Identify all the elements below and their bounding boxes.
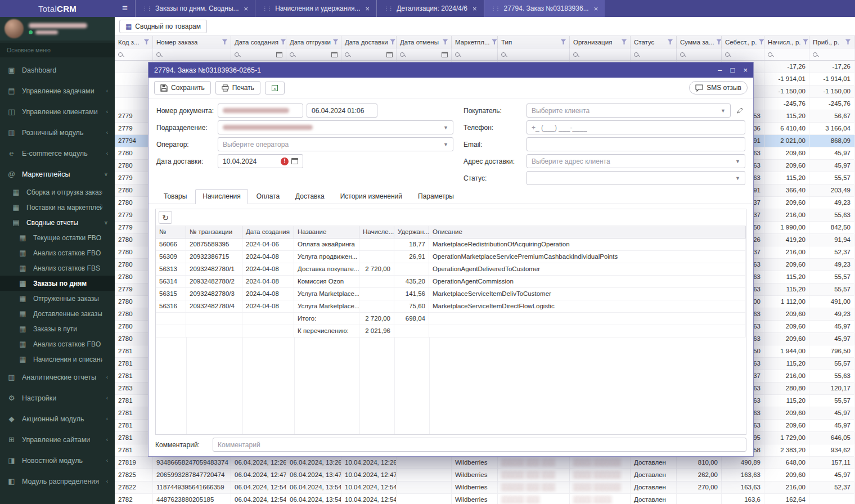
calendar-icon[interactable] xyxy=(291,158,298,164)
maximize-icon[interactable]: □ xyxy=(731,66,735,74)
filter-cell[interactable] xyxy=(764,48,809,60)
calendar-icon[interactable] xyxy=(331,52,338,57)
save-button[interactable]: Сохранить xyxy=(154,81,211,94)
accruals-column-header[interactable]: Название xyxy=(294,226,359,238)
accrual-row[interactable]: 56066 20875589395 2024-04-06 Оплата эква… xyxy=(156,238,746,251)
sidebar-item[interactable]: ▦ Заказы в пути xyxy=(0,321,115,336)
column-header[interactable]: Дата отмены xyxy=(397,36,452,48)
accruals-column-header[interactable]: Начисле... xyxy=(359,226,394,238)
operator-select[interactable]: Выберите оператора ▼ xyxy=(218,137,453,151)
sms-review-button[interactable]: SMS отзыв xyxy=(689,81,748,94)
sidebar-item[interactable]: ▥ Аналитические отчеты ‹ xyxy=(0,367,115,388)
filter-funnel-icon[interactable] xyxy=(668,39,673,44)
column-header[interactable]: Дата создания xyxy=(231,36,286,48)
sidebar-item[interactable]: ◧ Модуль распределения ‹ xyxy=(0,471,115,492)
column-header[interactable]: Маркетпл... xyxy=(452,36,498,48)
accruals-column-header[interactable]: Описание xyxy=(429,226,746,238)
close-icon[interactable]: × xyxy=(594,4,598,13)
sidebar-item[interactable]: ▦ Текущие остатки FBO xyxy=(0,230,115,245)
accrual-row[interactable]: 56313 20932482780/1 2024-04-08 Доставка … xyxy=(156,263,746,276)
filter-funnel-icon[interactable] xyxy=(845,39,850,44)
dialog-tab[interactable]: Доставка xyxy=(288,189,332,204)
calendar-icon[interactable] xyxy=(276,52,282,57)
accrual-row[interactable]: Итого: 2 720,00 698,04 xyxy=(156,313,746,325)
dialog-tab[interactable]: История изменений xyxy=(333,189,410,204)
sidebar-item[interactable]: ▦ Поставки на маркетплейсы xyxy=(0,200,115,215)
app-tab[interactable]: ⋮⋮ Детализация: 2024/4/6 × xyxy=(376,0,483,17)
print-button[interactable]: Печать xyxy=(215,81,260,94)
sidebar-item[interactable]: @ Маркетплейсы ∨ xyxy=(0,164,115,184)
sidebar-item[interactable]: ▥ Розничный модуль ‹ xyxy=(0,122,115,143)
filter-cell[interactable] xyxy=(115,48,153,60)
delivery-date-field[interactable]: 10.04.2024 ! xyxy=(218,154,303,168)
refresh-button[interactable]: ↻ xyxy=(159,211,172,224)
filter-funnel-icon[interactable] xyxy=(759,39,764,44)
column-header[interactable]: Организация xyxy=(570,36,631,48)
column-header[interactable]: Тип xyxy=(498,36,570,48)
avatar[interactable] xyxy=(4,19,24,38)
dialog-tab[interactable]: Параметры xyxy=(411,189,461,204)
status-select[interactable]: ▼ xyxy=(526,171,745,185)
sidebar-item[interactable]: ◫ Управление клиентами ‹ xyxy=(0,101,115,122)
column-header[interactable]: Номер заказа xyxy=(153,36,231,48)
summary-by-products-button[interactable]: ▦ Сводный по товарам xyxy=(119,20,207,33)
filter-funnel-icon[interactable] xyxy=(622,39,627,44)
edit-buyer-button[interactable] xyxy=(734,105,745,117)
filter-funnel-icon[interactable] xyxy=(717,39,722,44)
filter-cell[interactable] xyxy=(397,48,452,60)
filter-funnel-icon[interactable] xyxy=(333,39,338,44)
accrual-row[interactable]: К перечислению: 2 021,96 xyxy=(156,325,746,338)
filter-cell[interactable] xyxy=(452,48,498,60)
accruals-column-header[interactable]: Удержан... xyxy=(394,226,429,238)
filter-funnel-icon[interactable] xyxy=(492,39,497,44)
column-header[interactable]: Себест., р. xyxy=(722,36,764,48)
dialog-tab[interactable]: Оплата xyxy=(249,189,287,204)
filter-funnel-icon[interactable] xyxy=(803,39,808,44)
minimize-icon[interactable]: – xyxy=(718,66,722,74)
close-icon[interactable]: × xyxy=(743,66,748,74)
sidebar-item[interactable]: ▦ Анализ остатков FBO по скл xyxy=(0,336,115,352)
sidebar-item[interactable]: ▤ Сводные отчеты ∨ xyxy=(0,215,115,230)
export-excel-button[interactable]: x xyxy=(265,82,285,94)
close-icon[interactable]: × xyxy=(366,4,370,13)
close-icon[interactable]: × xyxy=(244,4,249,13)
accrual-row[interactable]: 56316 20932482780/4 2024-04-08 Услуга Ma… xyxy=(156,300,746,313)
filter-cell[interactable] xyxy=(677,48,722,60)
column-header[interactable]: Сумма за... xyxy=(677,36,722,48)
filter-funnel-icon[interactable] xyxy=(281,39,286,44)
table-row[interactable]: 27819 93486658247059483374 06.04.2024, 1… xyxy=(115,457,855,469)
sidebar-item[interactable]: ⊞ Управление сайтами ‹ xyxy=(0,429,115,450)
sidebar-item[interactable]: ▦ Отгруженные заказы xyxy=(0,291,115,306)
filter-cell[interactable] xyxy=(498,48,570,60)
filter-cell[interactable] xyxy=(631,48,677,60)
filter-cell[interactable] xyxy=(231,48,286,60)
dialog-tab[interactable]: Начисления xyxy=(195,189,248,204)
filter-funnel-icon[interactable] xyxy=(390,39,395,44)
sidebar-item[interactable]: ◨ Новостной модуль ‹ xyxy=(0,450,115,471)
doc-number-field[interactable] xyxy=(218,104,303,118)
sidebar-item[interactable]: ▦ Анализ остатков FBS xyxy=(0,260,115,276)
table-row[interactable]: 2782 4487623880205185 06.04.2024, 12:54 … xyxy=(115,494,855,504)
calendar-icon[interactable] xyxy=(442,52,448,57)
column-header[interactable]: Начисл., р. xyxy=(764,36,809,48)
column-header[interactable]: Дата доставки xyxy=(341,36,397,48)
table-row[interactable]: 27825 2065993287847720474 06.04.2024, 12… xyxy=(115,469,855,482)
filter-cell[interactable] xyxy=(153,48,231,60)
column-header[interactable]: Статус xyxy=(631,36,677,48)
filter-cell[interactable] xyxy=(341,48,397,60)
filter-funnel-icon[interactable] xyxy=(222,39,227,44)
comment-input[interactable]: Комментарий xyxy=(213,438,746,452)
column-header[interactable]: Код з... xyxy=(115,36,153,48)
calendar-icon[interactable] xyxy=(386,52,393,57)
app-tab[interactable]: ⋮⋮ Заказы по дням. Сводны... × xyxy=(135,0,255,17)
buyer-select[interactable]: Выберите клиента ▼ xyxy=(526,104,731,118)
department-select[interactable]: ▼ xyxy=(218,120,453,134)
filter-funnel-icon[interactable] xyxy=(144,39,149,44)
app-tab[interactable]: ⋮⋮ Начисления и удержания... × xyxy=(255,0,376,17)
user-block[interactable] xyxy=(0,17,115,40)
filter-cell[interactable] xyxy=(570,48,631,60)
sidebar-item[interactable]: ⚙ Настройки ‹ xyxy=(0,388,115,408)
sidebar-item[interactable]: ▦ Анализ остатков FBO xyxy=(0,245,115,260)
sidebar-item[interactable]: ▦ Начисления и списания xyxy=(0,352,115,367)
sidebar-item[interactable]: ▣ Dashboard xyxy=(0,60,115,80)
